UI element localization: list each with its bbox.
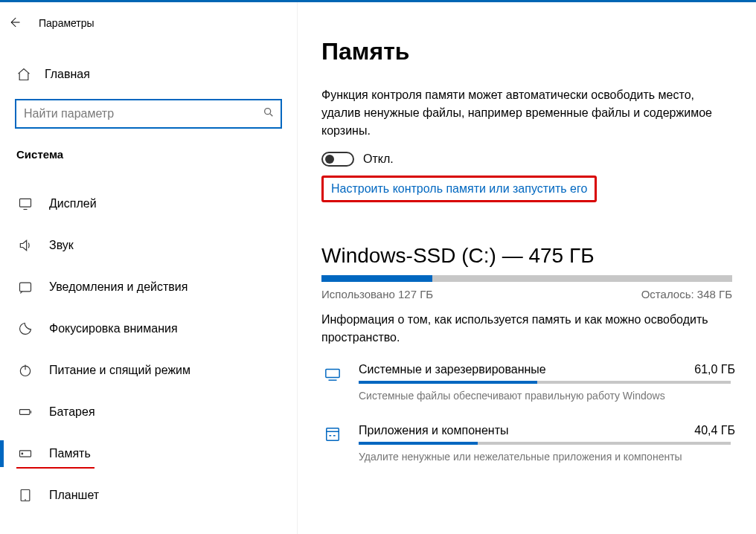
svg-rect-8 bbox=[326, 370, 339, 378]
notifications-icon bbox=[18, 280, 33, 295]
storage-sense-description: Функция контроля памяти может автоматиче… bbox=[321, 86, 735, 140]
category-bar-fill bbox=[359, 442, 478, 445]
drive-usage-labels: Использовано 127 ГБ Осталось: 348 ГБ bbox=[321, 288, 732, 300]
power-icon bbox=[18, 363, 33, 378]
nav-item-label: Питание и спящий режим bbox=[49, 364, 190, 377]
nav-home-label: Главная bbox=[45, 68, 90, 81]
svg-rect-2 bbox=[20, 283, 31, 292]
titlebar: Параметры bbox=[0, 8, 297, 38]
storage-sense-toggle[interactable] bbox=[321, 152, 354, 167]
category-bar bbox=[359, 381, 731, 384]
focus-icon bbox=[18, 321, 33, 336]
drive-used-label: Использовано 127 ГБ bbox=[321, 288, 433, 300]
highlighted-link-box: Настроить контроль памяти или запустить … bbox=[321, 176, 597, 202]
drive-usage-bar bbox=[321, 275, 732, 282]
display-icon bbox=[18, 196, 33, 211]
category-description: Системные файлы обеспечивают правильную … bbox=[359, 390, 735, 402]
drive-usage-fill bbox=[321, 275, 432, 282]
toggle-state-label: Откл. bbox=[363, 152, 394, 166]
search-input[interactable] bbox=[15, 99, 282, 129]
search-container bbox=[15, 99, 282, 129]
nav-item-label: Дисплей bbox=[49, 197, 97, 210]
nav-item-label: Уведомления и действия bbox=[49, 280, 188, 294]
nav-list: Дисплей Звук Уведомления и действия Фоку… bbox=[0, 183, 297, 516]
svg-rect-4 bbox=[20, 410, 30, 415]
category-size: 61,0 ГБ bbox=[694, 363, 735, 376]
category-name: Системные и зарезервированные bbox=[359, 363, 546, 376]
arrow-left-icon bbox=[7, 16, 21, 29]
configure-storage-sense-link[interactable]: Настроить контроль памяти или запустить … bbox=[331, 182, 587, 195]
drive-heading: Windows-SSD (C:) — 475 ГБ bbox=[321, 244, 735, 268]
storage-info-text: Информация о том, как используется памят… bbox=[321, 311, 735, 347]
svg-rect-1 bbox=[20, 199, 31, 207]
category-apps[interactable]: Приложения и компоненты 40,4 ГБ Удалите … bbox=[321, 424, 735, 463]
nav-item-label: Батарея bbox=[49, 405, 95, 419]
system-category-icon bbox=[321, 363, 344, 402]
category-name: Приложения и компоненты bbox=[359, 424, 508, 437]
main-content: Память Функция контроля памяти может авт… bbox=[298, 2, 756, 534]
nav-item-label: Фокусировка внимания bbox=[49, 322, 178, 335]
page-heading: Память bbox=[321, 38, 735, 65]
home-icon bbox=[16, 67, 31, 82]
svg-rect-9 bbox=[327, 428, 339, 441]
apps-category-icon bbox=[321, 424, 344, 463]
nav-item-sound[interactable]: Звук bbox=[0, 225, 297, 266]
red-underline-annotation bbox=[16, 467, 94, 469]
nav-item-tablet[interactable]: Планшет bbox=[0, 475, 297, 516]
category-bar-fill bbox=[359, 381, 537, 384]
nav-item-storage[interactable]: Память bbox=[0, 433, 297, 475]
back-button[interactable] bbox=[7, 16, 21, 31]
category-size: 40,4 ГБ bbox=[694, 424, 735, 437]
nav-item-battery[interactable]: Батарея bbox=[0, 391, 297, 433]
tablet-icon bbox=[18, 488, 33, 503]
battery-icon bbox=[18, 405, 33, 419]
sound-icon bbox=[18, 238, 33, 253]
nav-item-label: Память bbox=[49, 447, 91, 460]
nav-item-label: Звук bbox=[49, 239, 74, 252]
nav-item-label: Планшет bbox=[49, 489, 99, 502]
nav-item-display[interactable]: Дисплей bbox=[0, 183, 297, 225]
nav-home[interactable]: Главная bbox=[0, 54, 297, 94]
toggle-knob bbox=[325, 155, 334, 164]
nav-item-power-sleep[interactable]: Питание и спящий режим bbox=[0, 350, 297, 391]
nav-item-focus-assist[interactable]: Фокусировка внимания bbox=[0, 308, 297, 350]
category-bar bbox=[359, 442, 731, 445]
nav-item-notifications[interactable]: Уведомления и действия bbox=[0, 266, 297, 308]
storage-icon bbox=[18, 446, 33, 461]
svg-point-6 bbox=[22, 453, 23, 454]
section-label-system: Система bbox=[0, 129, 297, 167]
settings-sidebar: Параметры Главная Система Дисплей bbox=[0, 2, 298, 534]
category-system[interactable]: Системные и зарезервированные 61,0 ГБ Си… bbox=[321, 363, 735, 402]
drive-free-label: Осталось: 348 ГБ bbox=[641, 288, 732, 300]
category-description: Удалите ненужные или нежелательные прило… bbox=[359, 451, 735, 463]
window-title: Параметры bbox=[39, 17, 94, 29]
